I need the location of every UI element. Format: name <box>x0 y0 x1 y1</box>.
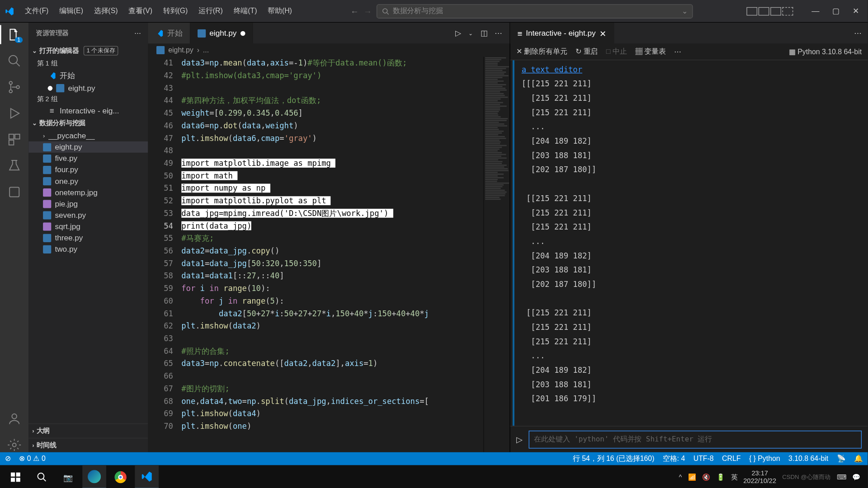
file-item[interactable]: sqrt.jpg <box>28 221 148 232</box>
start-button[interactable] <box>4 465 28 488</box>
more-icon[interactable]: ⋯ <box>134 29 141 37</box>
nav-back-icon[interactable]: ← <box>350 6 359 16</box>
code-editor[interactable]: 4142434445464748495051525354555657585960… <box>148 56 509 452</box>
status-remote-icon[interactable]: ⊘ <box>5 455 11 463</box>
breadcrumb[interactable]: eight.py › ... <box>148 43 509 56</box>
text-editor-link[interactable]: a text editor <box>522 65 582 74</box>
testing-icon[interactable] <box>7 159 22 173</box>
tab-start[interactable]: 开始 <box>148 23 190 43</box>
menu-item[interactable]: 查看(V) <box>124 4 157 19</box>
svg-rect-28 <box>11 478 15 482</box>
search-icon[interactable] <box>7 54 22 68</box>
status-eol[interactable]: CRLF <box>722 455 741 463</box>
file-item[interactable]: seven.py <box>28 209 148 221</box>
status-bell-icon[interactable]: 🔔 <box>854 455 863 463</box>
tray-chevron-icon[interactable]: ^ <box>679 474 682 481</box>
interrupt-button[interactable]: □ 中止 <box>606 47 627 56</box>
close-icon[interactable]: ✕ <box>849 5 863 17</box>
open-editor-eight[interactable]: eight.py <box>28 82 148 94</box>
open-editor-interactive[interactable]: ≡Interactive - eig... <box>28 105 148 116</box>
settings-gear-icon[interactable] <box>7 438 22 452</box>
titlebar: 文件(F)编辑(E)选择(S)查看(V)转到(G)运行(R)终端(T)帮助(H)… <box>0 0 868 23</box>
file-item[interactable]: five.py <box>28 153 148 164</box>
status-encoding[interactable]: UTF-8 <box>693 455 714 463</box>
interactive-output: a text editor [[[215 221 211] [215 221 2… <box>513 60 868 426</box>
chevron-down-icon[interactable]: ⌄ <box>682 7 688 15</box>
svg-point-0 <box>383 8 387 13</box>
status-feedback-icon[interactable]: 📡 <box>837 455 846 463</box>
outline-header[interactable]: ›大纲 <box>28 423 148 438</box>
extensions-icon[interactable] <box>7 132 22 147</box>
open-editor-start[interactable]: 开始 <box>28 69 148 82</box>
account-icon[interactable] <box>7 412 22 426</box>
tray-volume-icon[interactable]: 🔇 <box>702 473 710 481</box>
tray-battery-icon[interactable]: 🔋 <box>717 473 725 481</box>
vscode-app-icon[interactable] <box>135 465 159 488</box>
status-lang[interactable]: { } Python <box>749 455 780 463</box>
command-search-input[interactable]: 数据分析与挖掘 ⌄ <box>377 4 693 19</box>
tray-ime[interactable]: 英 <box>731 473 738 482</box>
toolbar-more-icon[interactable]: ⋯ <box>674 47 681 56</box>
menu-item[interactable]: 编辑(E) <box>55 4 88 19</box>
split-editor-icon[interactable]: ◫ <box>481 28 488 38</box>
explorer-icon[interactable]: 1 <box>7 28 22 42</box>
svg-rect-29 <box>16 478 20 482</box>
panel-more-icon[interactable]: ⋯ <box>854 28 862 38</box>
file-item[interactable]: four.py <box>28 164 148 175</box>
menu-item[interactable]: 选择(S) <box>89 4 123 19</box>
tray-input-icon[interactable]: ⌨ <box>837 473 846 481</box>
menu-item[interactable]: 转到(G) <box>158 4 193 19</box>
menu-item[interactable]: 运行(R) <box>194 4 228 19</box>
edge-app-icon[interactable] <box>82 465 106 488</box>
run-icon[interactable]: ▷ <box>455 28 461 38</box>
file-item[interactable]: two.py <box>28 244 148 255</box>
close-icon[interactable]: ✕ <box>599 28 607 38</box>
file-item[interactable]: onetemp.jpg <box>28 187 148 198</box>
status-python[interactable]: 3.10.8 64-bit <box>788 455 828 463</box>
project-header[interactable]: ⌄数据分析与挖掘 <box>28 116 148 130</box>
menu-item[interactable]: 终端(T) <box>229 4 262 19</box>
run-debug-icon[interactable] <box>7 106 22 121</box>
status-cursor[interactable]: 行 54，列 16 (已选择160) <box>573 454 654 464</box>
open-editors-header[interactable]: ⌄打开的编辑器1 个未保存 <box>28 43 148 58</box>
menu-item[interactable]: 帮助(H) <box>263 4 297 19</box>
svg-point-6 <box>16 85 19 89</box>
file-item[interactable]: three.py <box>28 232 148 243</box>
menu-item[interactable]: 文件(F) <box>20 4 53 19</box>
camera-app-icon[interactable]: 📷 <box>56 465 80 488</box>
timeline-header[interactable]: ›时间线 <box>28 438 148 452</box>
file-item[interactable]: eight.py <box>28 141 148 153</box>
tab-eight[interactable]: eight.py <box>190 23 253 43</box>
tray-clock[interactable]: 23:172022/10/22 <box>743 469 776 485</box>
svg-rect-18 <box>43 188 51 196</box>
kernel-selector[interactable]: ▦ Python 3.10.8 64-bit <box>789 47 862 56</box>
restart-button[interactable]: ↻ 重启 <box>576 47 598 56</box>
vscode-logo-icon <box>5 6 14 16</box>
clear-cells-button[interactable]: ✕ 删除所有单元 <box>516 47 567 56</box>
run-dropdown-icon[interactable]: ⌄ <box>468 30 473 36</box>
chrome-app-icon[interactable] <box>108 465 132 488</box>
svg-rect-20 <box>43 211 51 219</box>
layout-controls[interactable] <box>746 7 793 15</box>
taskbar-search-icon[interactable] <box>30 465 54 488</box>
tab-more-icon[interactable]: ⋯ <box>495 28 502 38</box>
variables-button[interactable]: ▦ 变量表 <box>635 47 666 56</box>
interactive-tab[interactable]: ≡Interactive - eight.py✕ <box>510 23 614 43</box>
execute-icon[interactable]: ▷ <box>516 435 523 444</box>
nav-forward-icon[interactable]: → <box>363 6 372 16</box>
jupyter-icon[interactable] <box>7 185 22 199</box>
source-control-icon[interactable] <box>7 80 22 94</box>
minimize-icon[interactable]: — <box>808 5 823 17</box>
file-item[interactable]: one.py <box>28 175 148 187</box>
tray-notifications-icon[interactable]: 💬 <box>852 473 860 481</box>
status-spaces[interactable]: 空格: 4 <box>663 454 685 464</box>
tray-wifi-icon[interactable]: 📶 <box>688 473 696 481</box>
file-item[interactable]: pie.jpg <box>28 198 148 209</box>
svg-rect-17 <box>43 177 51 185</box>
minimap[interactable] <box>483 56 509 452</box>
editor-area: 开始 eight.py ▷ ⌄ ◫ ⋯ eight.py › ... 41424… <box>148 23 509 452</box>
maximize-icon[interactable]: ▢ <box>829 5 843 17</box>
interactive-input[interactable]: 在此处键入 'python' 代码并按 Shift+Enter 运行 <box>529 430 862 448</box>
folder-pycache[interactable]: ›__pycache__ <box>28 130 148 141</box>
status-problems[interactable]: ⊗ 0 ⚠ 0 <box>19 455 46 463</box>
